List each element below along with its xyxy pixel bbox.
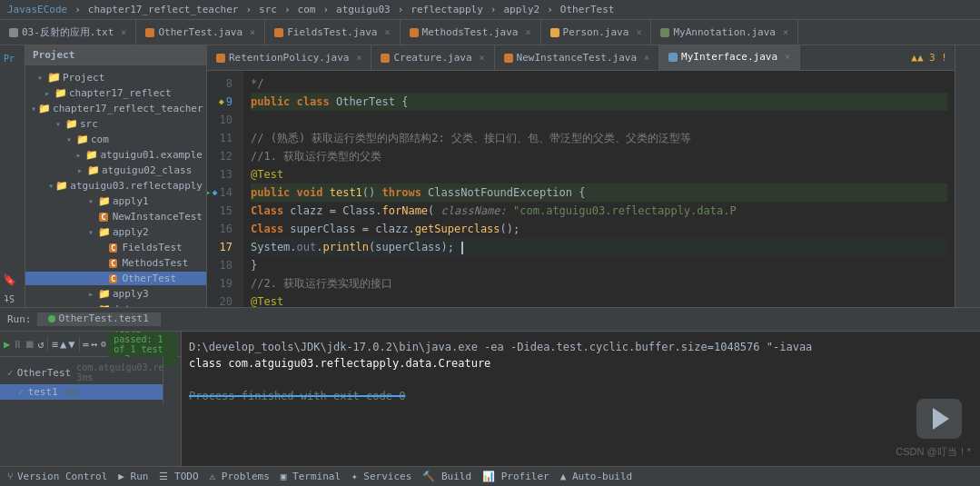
editor-tab-myinterface[interactable]: MyInterface.java × <box>659 45 800 70</box>
status-todo[interactable]: ☰ TODO <box>159 471 198 482</box>
code-content[interactable]: */ public class OtherTest { // (熟悉) 获取运行… <box>243 71 955 307</box>
status-terminal[interactable]: ▣ Terminal <box>281 471 341 482</box>
output-process-strikethrough: Process finished with exit code 0 <box>189 390 405 402</box>
code-editor[interactable]: 8 ◆9 10 11 12 13 ▶ ◆14 15 16 17 18 19 20 <box>207 71 955 307</box>
ln-13: 13 <box>207 165 240 183</box>
status-autobuild[interactable]: ▲ Auto-build <box>560 471 632 482</box>
code-line-15: Class clazz = Class.forName( className: … <box>251 202 947 220</box>
folder-icon-apply2: 📁 <box>98 226 111 238</box>
tab-fieldstest[interactable]: FieldsTest.java × <box>265 20 400 45</box>
tab-myannotation[interactable]: MyAnnotation.java × <box>651 20 798 45</box>
code-kw-class-15: Class <box>251 204 290 217</box>
top-bar-path4: atguigu03 <box>336 4 391 15</box>
tree-item-methodstest[interactable]: C MethodsTest <box>25 255 206 271</box>
status-services[interactable]: ✦ Services <box>351 471 411 482</box>
editor-tab-retentionpolicy[interactable]: RetentionPolicy.java × <box>207 45 371 70</box>
run-pause-btn[interactable]: ⏸ <box>12 336 23 352</box>
status-profiler[interactable]: 📊 Profiler <box>482 471 549 482</box>
run-up-btn[interactable]: ▲ <box>60 336 66 352</box>
tree-label-atguigu01: atguigu01.example <box>100 149 203 161</box>
status-run[interactable]: ▶ Run <box>118 471 148 482</box>
run-label-test1: test1 <box>28 386 58 398</box>
editor-tab-close-creature[interactable]: × <box>480 53 485 63</box>
run-status-dot <box>48 315 55 322</box>
run-settings-btn[interactable]: ⚙ <box>101 336 106 352</box>
tree-item-newinstancetest[interactable]: C NewInstanceTest <box>25 209 206 224</box>
run-expand-btn[interactable]: ↔ <box>91 336 97 352</box>
status-problems-label: ⚠ Problems <box>210 471 270 482</box>
editor-tab-creature[interactable]: Creature.java × <box>371 45 494 70</box>
bookmarks-icon[interactable]: 🔖 <box>0 271 18 289</box>
tab-close-methodstest[interactable]: × <box>525 27 530 37</box>
arrow-ch17t: ▾ <box>31 104 36 114</box>
editor-tab-close-rp[interactable]: × <box>356 53 361 63</box>
tree-item-atguigu03[interactable]: ▾ 📁 atguigu03.reflectapply <box>25 178 206 193</box>
tree-item-ch17t[interactable]: ▾ 📁 chapter17_reflect_teacher <box>25 101 206 116</box>
tree-label-apply2: apply2 <box>113 226 149 238</box>
code-line-20: @Test <box>251 293 947 307</box>
tree-item-atguigu02[interactable]: ▸ 📁 atguigu02_class <box>25 163 206 178</box>
run-play-btn[interactable]: ▶ <box>4 336 10 352</box>
top-bar-path5: reflectapply <box>411 4 482 15</box>
tab-methodstest[interactable]: MethodsTest.java × <box>401 20 541 45</box>
tree-item-apply1[interactable]: ▾ 📁 apply1 <box>25 193 206 209</box>
ln-9: ◆9 <box>207 93 240 111</box>
top-tabs: 03-反射的应用.txt × OtherTest.java × FieldsTe… <box>0 20 980 45</box>
editor-warning: ▲ ▲ 3 ! <box>800 45 955 70</box>
tab-person[interactable]: Person.java × <box>541 20 652 45</box>
arrow-com: ▾ <box>64 134 74 144</box>
arrow-project: ▾ <box>35 73 45 83</box>
editor-tab-newinstancetest[interactable]: NewInstanceTest.java × <box>495 45 659 70</box>
status-version-control[interactable]: ⑂ Version Control <box>7 471 107 482</box>
code-var-superclass2: superClass <box>375 241 441 253</box>
tab-close-txt[interactable]: × <box>121 27 126 37</box>
status-build[interactable]: 🔨 Build <box>422 471 471 482</box>
sidebar-project-icon[interactable]: Pr <box>0 49 18 67</box>
tree-item-apply3[interactable]: ▸ 📁 apply3 <box>25 286 206 302</box>
tab-close-othertest[interactable]: × <box>250 27 255 37</box>
status-problems[interactable]: ⚠ Problems <box>210 471 270 482</box>
tree-item-src[interactable]: ▾ 📁 src <box>25 116 206 132</box>
editor-tab-close-myinterface[interactable]: × <box>785 52 790 62</box>
folder-icon-project: 📁 <box>47 71 61 84</box>
tree-item-othertest[interactable]: C OtherTest <box>25 271 206 286</box>
run-rerun-btn[interactable]: ↺ <box>37 336 44 352</box>
tab-close-myannotation[interactable]: × <box>783 27 788 37</box>
structure-icon[interactable]: St <box>0 289 18 307</box>
run-output[interactable]: D:\develop_tools\JDK\jdk-17.0.2\bin\java… <box>182 332 980 466</box>
top-bar-sep6: › <box>490 4 497 15</box>
tab-label-fieldstest: FieldsTest.java <box>287 26 377 38</box>
tree-item-ch17[interactable]: ▸ 📁 chapter17_reflect <box>25 85 206 101</box>
run-tree-test1[interactable]: ✓ test1 3ms <box>0 384 163 400</box>
arrow-atguigu02: ▸ <box>74 165 85 175</box>
tab-othertest[interactable]: OtherTest.java × <box>136 20 265 45</box>
run-down-btn[interactable]: ▼ <box>68 336 74 352</box>
run-tree-othertest[interactable]: ✓ OtherTest com.atguigu03.reflect 3ms <box>0 361 163 384</box>
code-dot-15: . <box>375 204 381 217</box>
tree-item-project[interactable]: ▾ 📁 Project <box>25 69 206 85</box>
tab-close-fieldstest[interactable]: × <box>384 27 390 37</box>
top-bar-path6: apply2 <box>503 4 539 15</box>
folder-icon-atguigu02: 📁 <box>87 164 100 176</box>
code-brace-14: { <box>579 186 585 199</box>
play-overlay-btn[interactable] <box>916 399 962 439</box>
tab-icon-methodstest <box>410 28 419 37</box>
run-equal-btn[interactable]: = <box>83 336 89 352</box>
tree-item-com[interactable]: ▾ 📁 com <box>25 132 206 147</box>
tab-txt[interactable]: 03-反射的应用.txt × <box>0 20 136 45</box>
code-fn-println: println <box>323 241 370 253</box>
tree-item-atguigu01[interactable]: ▸ 📁 atguigu01.example <box>25 147 206 163</box>
tree-item-fieldstest[interactable]: C FieldsTest <box>25 240 206 255</box>
code-brace-9: { <box>401 95 408 108</box>
top-bar-path1: chapter17_reflect_teacher <box>88 4 239 15</box>
code-annotation-20: @Test <box>251 295 283 307</box>
run-stop-btn[interactable]: ⏹ <box>25 336 35 352</box>
run-menu-btn[interactable]: ≡ <box>52 336 58 352</box>
tab-icon-fieldstest <box>274 28 283 37</box>
tab-close-person[interactable]: × <box>636 27 641 37</box>
editor-tab-close-newinsttest[interactable]: × <box>644 53 649 63</box>
tree-item-apply2[interactable]: ▾ 📁 apply2 <box>25 224 206 240</box>
tab-icon-txt <box>9 28 18 37</box>
top-bar-sep1: › <box>74 4 81 15</box>
run-tab-othertest[interactable]: OtherTest.test1 <box>37 312 161 326</box>
